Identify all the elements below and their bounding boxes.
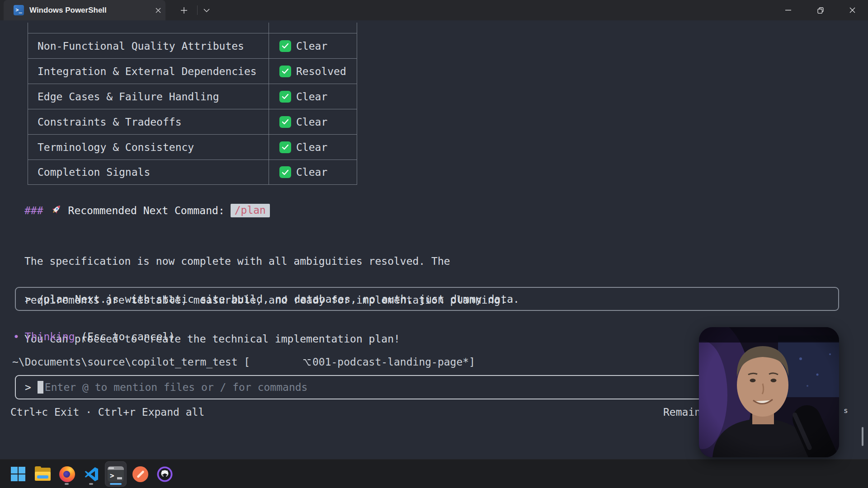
plan-command-chip: /plan: [231, 204, 270, 217]
input-placeholder: Enter @ to mention files or / for comman…: [45, 381, 308, 393]
status-text: Clear: [296, 116, 327, 128]
table-row: Integration & External Dependencies Reso…: [28, 58, 357, 84]
green-checkbox-icon: [279, 91, 291, 103]
thinking-cancel-hint: (Esc to cancel): [75, 331, 175, 343]
tab-title: Windows PowerShell: [29, 0, 107, 20]
green-checkbox-icon: [279, 116, 291, 128]
presenter-video: [699, 327, 839, 457]
keyboard-hints: Ctrl+c Exit · Ctrl+r Expand all: [10, 406, 204, 418]
text-cursor: [38, 381, 43, 394]
firefox-icon: [59, 466, 75, 482]
windows-start-button[interactable]: [7, 461, 29, 487]
close-tab-icon[interactable]: [153, 5, 164, 16]
file-explorer-button[interactable]: [32, 461, 53, 487]
remaining-counter-tail: s: [844, 406, 848, 415]
taskbar: >: [0, 459, 868, 488]
spec-review-table: Non-Functional Quality Attributes Clear …: [28, 23, 357, 185]
status-text: Clear: [296, 40, 327, 52]
webcam-overlay: [699, 327, 839, 457]
table-row: Terminology & Consistency Clear: [28, 134, 357, 160]
green-checkbox-icon: [279, 40, 291, 52]
markdown-hashes: ###: [24, 205, 43, 216]
message-line: The specification is now complete with a…: [24, 255, 506, 268]
table-row: Edge Cases & Failure Handling Clear: [28, 84, 357, 109]
status-text: Clear: [296, 91, 327, 103]
windows-terminal-icon: >: [108, 466, 124, 482]
close-window-icon[interactable]: [842, 0, 863, 20]
table-cell-label: Constraints & Tradeoffs: [28, 109, 269, 134]
green-checkbox-icon: [279, 166, 291, 178]
cwd-and-branch: ~\Documents\source\copilot_term_test [ 0…: [12, 356, 475, 368]
table-cell-label: Edge Cases & Failure Handling: [28, 84, 269, 109]
windows-logo-icon: [10, 466, 26, 482]
status-text: Resolved: [296, 66, 346, 77]
heading-text: Recommended Next Command:: [68, 205, 225, 216]
bullet-icon: •: [13, 331, 19, 343]
terminal-active-indicator: [110, 483, 122, 485]
submitted-command-text: > /plan Next.js with static site build, …: [25, 293, 519, 305]
thinking-status: • Thinking (Esc to cancel): [13, 330, 175, 343]
branch-name: 001-podcast-landing-page*]: [312, 356, 475, 368]
status-text: Clear: [296, 166, 327, 178]
table-cell-label: Completion Signals: [28, 160, 269, 184]
table-row: Constraints & Tradeoffs Clear: [28, 109, 357, 134]
postman-button[interactable]: [129, 461, 151, 487]
cwd-path: ~\Documents\source\copilot_term_test [: [12, 356, 250, 368]
restore-icon[interactable]: [810, 0, 831, 20]
rocket-icon: [51, 204, 62, 217]
status-text: Clear: [296, 141, 327, 153]
table-cell-label: Terminology & Consistency: [28, 135, 269, 160]
postman-icon: [132, 466, 148, 482]
firefox-running-indicator: [65, 483, 69, 485]
input-prompt: >: [25, 381, 31, 393]
green-checkbox-icon: [279, 141, 291, 153]
scrollbar-thumb[interactable]: [862, 427, 863, 446]
titlebar-divider: [197, 5, 198, 15]
github-desktop-button[interactable]: [154, 461, 175, 487]
table-row: Completion Signals Clear: [28, 160, 357, 185]
table-row-clipped: [28, 23, 357, 33]
powershell-tab-icon: >_: [14, 5, 24, 15]
tab-dropdown-icon[interactable]: [201, 5, 212, 16]
github-desktop-icon: [157, 466, 173, 482]
new-tab-icon[interactable]: [178, 5, 190, 16]
file-explorer-icon: [35, 468, 51, 481]
table-cell-label: Non-Functional Quality Attributes: [28, 33, 269, 58]
window-titlebar: >_ Windows PowerShell: [0, 0, 868, 20]
green-checkbox-icon: [279, 66, 291, 77]
terminal-tab[interactable]: >_ Windows PowerShell: [4, 0, 165, 20]
minimize-icon[interactable]: [778, 0, 798, 20]
table-row: Non-Functional Quality Attributes Clear: [28, 33, 357, 58]
vscode-icon: [84, 467, 99, 482]
table-cell-label: Integration & External Dependencies: [28, 59, 269, 84]
desktop: >_ Windows PowerShell: [0, 0, 868, 488]
vscode-running-indicator: [89, 483, 93, 485]
submitted-command-box: > /plan Next.js with static site build, …: [15, 287, 839, 311]
recommended-command-heading: ### Recommended Next Command: /plan: [24, 203, 270, 218]
thinking-label: Thinking: [25, 331, 75, 343]
